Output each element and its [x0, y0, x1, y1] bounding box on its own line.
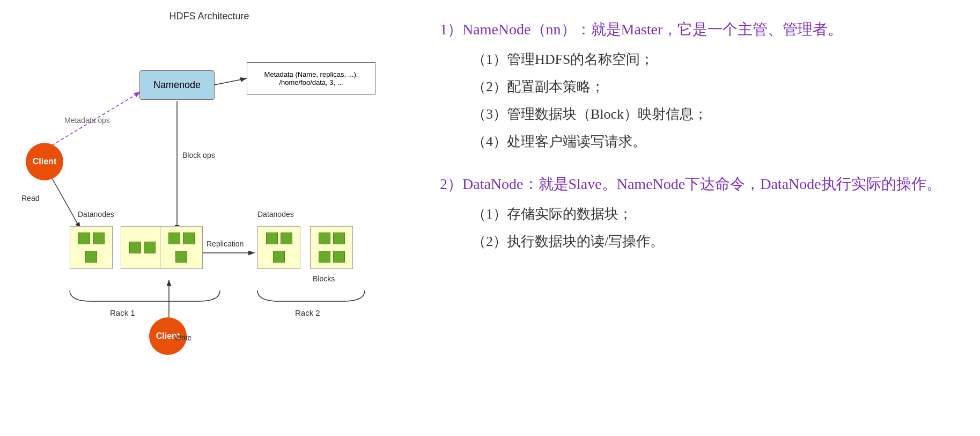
section2-items: （1）存储实际的数据块； （2）执行数据块的读/写操作。 [472, 202, 959, 255]
block [319, 251, 330, 263]
namenode-box: Namenode [139, 70, 215, 100]
section2-item-1: （1）存储实际的数据块； [472, 202, 959, 227]
metadata-box: Metadata (Name, replicas, ...):/home/foo… [247, 62, 375, 95]
rack1-datanode-3 [160, 226, 203, 269]
rack2-label: Rack 2 [295, 308, 320, 317]
block [333, 251, 345, 263]
block [129, 242, 141, 253]
section1-item-3: （3）管理数据块（Block）映射信息； [472, 102, 959, 127]
rack1-datanode-2 [121, 226, 164, 269]
metadata-label: Metadata (Name, replicas, ...):/home/foo… [264, 70, 358, 86]
block [85, 251, 97, 263]
block [183, 232, 195, 244]
client-read: Client [26, 143, 63, 180]
blocks-label: Blocks [313, 274, 335, 283]
section2-heading: 2）DataNode：就是Slave。NameNode下达命令，DataNode… [440, 171, 959, 198]
section1-item-4: （4）处理客户端读写请求。 [472, 129, 959, 155]
namenode-label: Namenode [153, 79, 201, 91]
rack1-datanode-1 [70, 226, 113, 269]
rack2-datanode-1 [257, 226, 300, 269]
datanodes-label1: Datanodes [78, 210, 114, 219]
right-panel: 1）NameNode（nn）：就是Master，它是一个主管、管理者。 （1）管… [418, 0, 980, 436]
block [319, 232, 330, 244]
block-ops-label: Block ops [182, 151, 215, 159]
block [266, 232, 278, 244]
block [175, 251, 187, 263]
block [333, 232, 345, 244]
write-label: Write [174, 333, 191, 342]
diagram-title: HDFS Architecture [16, 11, 402, 22]
rack1-label: Rack 1 [110, 308, 135, 317]
section1-item-1: （1）管理HDFS的名称空间； [472, 47, 959, 72]
block [144, 242, 156, 253]
section1-heading: 1）NameNode（nn）：就是Master，它是一个主管、管理者。 [440, 16, 959, 43]
block [93, 232, 105, 244]
read-label: Read [21, 194, 39, 202]
block [273, 251, 285, 263]
block [78, 232, 90, 244]
client-read-label: Client [33, 157, 56, 166]
block [281, 232, 292, 244]
left-panel: HDFS Architecture [0, 0, 418, 436]
diagram-area: Namenode Metadata (Name, replicas, ...):… [16, 38, 402, 403]
metadata-ops-label: Metadata ops [64, 116, 110, 125]
block [168, 232, 180, 244]
section2-item-2: （2）执行数据块的读/写操作。 [472, 229, 959, 255]
rack2-datanode-2 [310, 226, 353, 269]
svg-line-4 [215, 78, 247, 85]
section1-items: （1）管理HDFS的名称空间； （2）配置副本策略； （3）管理数据块（Bloc… [472, 47, 959, 154]
replication-label: Replication [207, 239, 244, 248]
datanodes-label2: Datanodes [257, 210, 294, 219]
section1-item-2: （2）配置副本策略； [472, 75, 959, 100]
